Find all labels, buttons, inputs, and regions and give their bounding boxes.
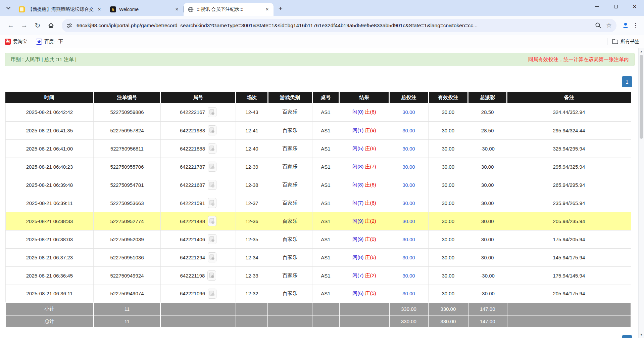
video-replay-icon[interactable] [208, 252, 216, 262]
column-header: 场次 [236, 92, 268, 103]
scroll-down-icon[interactable]: ▼ [639, 332, 644, 337]
video-replay-icon[interactable] [208, 125, 216, 135]
cell-round-no: 642221787 [160, 158, 236, 176]
scrollbar-thumb[interactable] [640, 55, 643, 139]
minimize-button[interactable] [588, 0, 606, 13]
cell-session: 12-39 [236, 158, 268, 176]
home-icon[interactable] [45, 20, 57, 31]
vertical-scrollbar[interactable]: ▲ ▼ [638, 48, 644, 338]
column-header: 注单编号 [94, 92, 160, 103]
bookmark-baidu[interactable]: 百度一下 [36, 39, 63, 45]
tab-bet-records[interactable]: :::视讯 会员下注纪录::: ✕ [184, 3, 274, 16]
video-replay-icon[interactable] [208, 289, 216, 299]
cell-table-no: AS1 [312, 103, 339, 121]
cell-result: 闲(8) 庄(7) [339, 158, 389, 176]
maximize-button[interactable] [606, 0, 625, 13]
zoom-icon[interactable] [595, 22, 601, 29]
bet-record-row: 2025-08-21 06:41:00522750956811642221888… [5, 139, 631, 158]
pagination-bottom-button[interactable] [622, 335, 632, 338]
chevron-down-icon[interactable] [3, 3, 13, 13]
cell-game-type: 百家乐 [268, 176, 312, 194]
tab-welcome[interactable]: ♞ Welcome ✕ [106, 3, 183, 16]
refresh-icon[interactable]: ↻ [32, 20, 43, 31]
cell-table-no: AS1 [312, 121, 339, 139]
cell-round-no: 642221406 [160, 230, 236, 248]
total-bet-link[interactable]: 30.00 [402, 291, 415, 296]
total-bet-link[interactable]: 30.00 [402, 164, 415, 170]
tab-strip: 【新提醒】海燕策略论坛综合交 ✕ ♞ Welcome ✕ :::视讯 会员下注纪… [0, 0, 644, 16]
video-replay-icon[interactable] [208, 143, 216, 154]
close-icon[interactable]: ✕ [264, 6, 270, 12]
total-bet-link[interactable]: 30.00 [402, 273, 415, 279]
total-bet-link[interactable]: 30.00 [402, 200, 415, 206]
tab-forum[interactable]: 【新提醒】海燕策略论坛综合交 ✕ [15, 3, 106, 16]
cell-note: 265.94/295.94 [507, 176, 631, 194]
new-tab-button[interactable]: + [276, 3, 286, 13]
total-bet-link[interactable]: 30.00 [402, 182, 415, 188]
forward-icon[interactable]: → [18, 20, 30, 31]
cell-session: 12-38 [236, 176, 268, 194]
bookmark-taobao[interactable]: 淘 爱淘宝 [5, 39, 27, 45]
video-replay-icon[interactable] [208, 180, 216, 190]
cell-note: 324.44/352.94 [507, 103, 631, 121]
cell-valid-bet: 30.00 [428, 285, 468, 303]
total-bet-link[interactable]: 30.00 [402, 255, 415, 260]
cell-payout: -30.00 [468, 285, 507, 303]
url-text[interactable]: 66cxkj98.com/ipl/portal.php/game/betreco… [77, 23, 592, 29]
bookmark-star-icon[interactable]: ☆ [606, 22, 612, 29]
cell-valid-bet: 30.00 [428, 103, 468, 121]
result-banker: 庄(6) [365, 109, 376, 115]
video-replay-icon[interactable] [208, 198, 216, 208]
subtotal-row: 小计 11 330.00 330.00 147.00 [5, 303, 631, 315]
bet-record-row: 2025-08-21 06:39:11522750953663642221591… [5, 194, 631, 212]
total-bet-link[interactable]: 30.00 [402, 109, 415, 115]
video-replay-icon[interactable] [207, 270, 216, 281]
cell-table-no: AS1 [312, 266, 339, 285]
scroll-up-icon[interactable]: ▲ [639, 49, 644, 54]
cell-game-type: 百家乐 [268, 212, 312, 230]
close-icon[interactable]: ✕ [174, 6, 180, 12]
cell-payout: -30.00 [468, 266, 507, 285]
cell-time: 2025-08-21 06:40:23 [5, 158, 94, 176]
browser-window: 【新提醒】海燕策略论坛综合交 ✕ ♞ Welcome ✕ :::视讯 会员下注纪… [0, 0, 644, 338]
total-bet-link[interactable]: 30.00 [402, 237, 415, 242]
cell-result: 闲(9) 庄(2) [339, 212, 389, 230]
video-replay-icon[interactable] [208, 234, 216, 244]
welcome-gold-icon: ♞ [110, 6, 116, 12]
result-player: 闲(8) [352, 164, 363, 169]
bet-records-table: 时间注单编号局号场次游戏类别桌号结果总投注有效投注总派彩备注 2025-08-2… [5, 92, 631, 328]
round-number: 642221096 [180, 291, 205, 296]
cell-time: 2025-08-21 06:38:33 [5, 212, 94, 230]
total-bet-link[interactable]: 30.00 [402, 128, 415, 133]
cell-game-type: 百家乐 [268, 121, 312, 139]
result-player: 闲(9) [352, 236, 363, 242]
cell-round-no: 642221591 [160, 194, 236, 212]
notice-text: 同局有效投注，统一计算在该局第一张注单内 [528, 56, 629, 63]
column-header: 桌号 [312, 92, 339, 103]
cell-time: 2025-08-21 06:39:48 [5, 176, 94, 194]
close-window-button[interactable]: ✕ [625, 0, 644, 13]
cell-round-no: 642221294 [160, 248, 236, 266]
round-number: 642221983 [180, 128, 205, 133]
video-replay-icon[interactable] [208, 162, 216, 172]
pagination-page-1-button[interactable]: 1 [622, 76, 632, 87]
address-bar[interactable]: 66cxkj98.com/ipl/portal.php/game/betreco… [62, 19, 616, 32]
cell-session: 12-34 [236, 248, 268, 266]
bookmark-label: 百度一下 [44, 39, 63, 45]
site-settings-icon[interactable] [66, 23, 72, 29]
cell-round-no: 642221687 [160, 176, 236, 194]
cell-game-type: 百家乐 [268, 230, 312, 248]
video-replay-icon[interactable] [208, 216, 216, 226]
back-icon[interactable]: ← [5, 20, 16, 31]
profile-icon[interactable] [620, 20, 631, 31]
total-bet-link[interactable]: 30.00 [402, 218, 415, 224]
close-icon[interactable]: ✕ [96, 6, 102, 12]
cell-session: 12-41 [236, 121, 268, 139]
subtotal-payout: 147.00 [468, 303, 507, 315]
cell-session: 12-36 [236, 212, 268, 230]
total-bet-link[interactable]: 30.00 [402, 146, 415, 152]
bet-record-row: 2025-08-21 06:42:42522750959886642222167… [5, 103, 631, 121]
video-replay-icon[interactable] [208, 107, 216, 117]
all-bookmarks-button[interactable]: 所有书签 [612, 39, 639, 45]
menu-dots-icon[interactable]: ⋮ [631, 22, 640, 29]
